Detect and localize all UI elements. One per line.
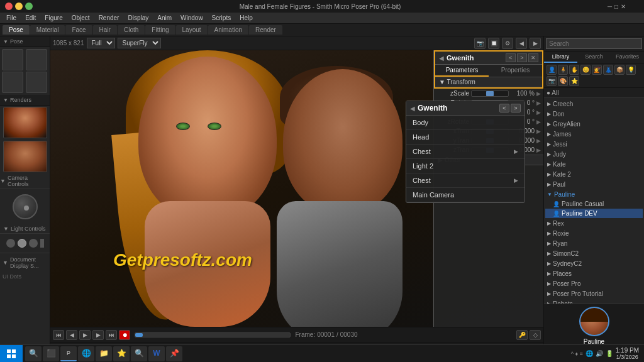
tab-fitting[interactable]: Fitting (145, 25, 175, 35)
taskbar-pin[interactable]: 📌 (166, 346, 182, 361)
gwenith-item-chest-1[interactable]: Chest ▶ (406, 145, 525, 159)
timeline-slider[interactable] (135, 332, 291, 337)
render-mode-dropdown[interactable]: SuperFly (118, 38, 161, 48)
menu-object[interactable]: Object (68, 13, 94, 23)
viewport[interactable]: Getpresoftz.com ◀ Gwenith < > ✕ Paramet (50, 50, 543, 327)
tab-layout[interactable]: Layout (176, 25, 208, 35)
lib-header-robots[interactable]: ▶ Robots (545, 299, 643, 304)
tab-material[interactable]: Material (30, 25, 65, 35)
gwenith-item-head[interactable]: Head (406, 130, 525, 145)
lib-header-creech[interactable]: ▶ Creech (545, 99, 643, 109)
pose-section-header[interactable]: ▼ Pose (0, 36, 50, 47)
lib-icon-light[interactable]: 💡 (626, 65, 636, 75)
lib-header-pauline[interactable]: ▼ Pauline (545, 190, 643, 199)
menu-help[interactable]: Help (236, 13, 257, 23)
lib-item-pauline-casual[interactable]: 👤 Pauline Casual (545, 199, 643, 209)
lib-header-ryan[interactable]: ▶ Ryan (545, 239, 643, 248)
camera-controls-header[interactable]: ▼ Camera Controls (0, 173, 50, 189)
vp-icon-4[interactable]: ◀ (516, 38, 527, 49)
tl-key-btn[interactable]: 🔑 (516, 330, 528, 340)
lib-icon-hair[interactable]: 💇 (592, 65, 602, 75)
pose-thumb-1[interactable] (2, 49, 23, 70)
tab-search[interactable]: Search (577, 52, 611, 63)
lib-icon-person[interactable]: 👤 (547, 65, 557, 75)
vp-icon-2[interactable]: 🔲 (488, 38, 499, 49)
gwenith-item-body[interactable]: Body (406, 116, 525, 130)
taskbar-search2[interactable]: 🔍 (131, 346, 147, 361)
lib-header-rex[interactable]: ▶ Rex (545, 219, 643, 228)
gwenith-prev-btn[interactable]: < (499, 104, 509, 112)
light-icon-2[interactable] (18, 239, 26, 248)
menu-display[interactable]: Display (124, 13, 152, 23)
params-close-btn[interactable]: ✕ (528, 53, 538, 62)
params-next-btn[interactable]: > (517, 53, 527, 62)
lib-icon-all[interactable]: ⭐ (569, 76, 579, 86)
menu-anim[interactable]: Anim (153, 13, 175, 23)
slider-zrotate-arrow[interactable]: ▶ (536, 119, 541, 125)
lib-header-places[interactable]: ▶ Places (545, 269, 643, 278)
pose-thumb-4[interactable] (26, 72, 47, 93)
lib-icon-props[interactable]: 📦 (614, 65, 625, 75)
tab-hair[interactable]: Hair (93, 25, 117, 35)
taskbar-browser[interactable]: 🌐 (78, 346, 94, 361)
menu-file[interactable]: File (3, 13, 20, 23)
lib-icon-mat[interactable]: 🎨 (558, 76, 568, 86)
lib-header-simonc2[interactable]: ▶ SimonC2 (545, 249, 643, 258)
transform-section[interactable]: ▼ Transform (435, 77, 542, 87)
volume-icon[interactable]: 🔊 (596, 350, 603, 357)
taskbar-search[interactable]: 🔍 (25, 346, 42, 361)
menu-render[interactable]: Render (95, 13, 123, 23)
lib-header-don[interactable]: ▶ Don (545, 109, 643, 119)
slider-zscale-handle[interactable] (486, 91, 494, 96)
lib-header-james[interactable]: ▶ James (545, 129, 643, 139)
menu-window[interactable]: Window (177, 13, 207, 23)
search-input[interactable] (546, 38, 642, 49)
slider-xtran-arrow[interactable]: ▶ (536, 128, 541, 134)
light-controls-header[interactable]: ▼ Light Controls (0, 224, 50, 233)
tab-cloth[interactable]: Cloth (118, 25, 145, 35)
title-max-icon[interactable]: □ (614, 3, 618, 10)
lib-header-kate2[interactable]: ▶ Kate 2 (545, 170, 643, 179)
lib-header-sydneyc2[interactable]: ▶ SydneyC2 (545, 259, 643, 268)
title-close-icon[interactable]: ✕ (621, 3, 626, 10)
taskbar-word[interactable]: W (148, 346, 165, 361)
slider-yrotate-arrow[interactable]: ▶ (536, 100, 541, 106)
lib-icon-face[interactable]: 😊 (580, 65, 591, 75)
lib-icon-clothes[interactable]: 👗 (603, 65, 613, 75)
render-thumbnail[interactable] (3, 107, 47, 138)
tab-properties[interactable]: Properties (489, 65, 542, 77)
taskbar-taskview[interactable]: ⬛ (43, 346, 59, 361)
maximize-button[interactable] (25, 3, 33, 10)
tab-render[interactable]: Render (249, 25, 282, 35)
network-icon[interactable]: 🌐 (586, 350, 593, 357)
slider-ytran-arrow[interactable]: ▶ (536, 138, 541, 144)
gwenith-next-btn[interactable]: > (511, 104, 521, 112)
view-dropdown[interactable]: Full (87, 38, 115, 48)
close-button[interactable] (5, 3, 13, 10)
lib-header-greyalien[interactable]: ▶ GreyAlien (545, 119, 643, 129)
lib-header-poserpro[interactable]: ▶ Poser Pro (545, 279, 643, 288)
lib-icon-camera[interactable]: 📷 (547, 76, 557, 86)
lib-header-kate[interactable]: ▶ Kate (545, 160, 643, 169)
light-icon-1[interactable] (6, 239, 15, 248)
tab-face[interactable]: Face (65, 25, 92, 35)
lib-header-judy[interactable]: ▶ Judy (545, 150, 643, 159)
tab-library[interactable]: Library (544, 52, 577, 63)
lib-header-poserprotutorial[interactable]: ▶ Poser Pro Tutorial (545, 289, 643, 299)
tl-btn-rewind[interactable]: ⏮ (53, 330, 64, 340)
slider-xrotate-arrow[interactable]: ▶ (536, 109, 541, 116)
tl-btn-play[interactable]: ▶ (79, 330, 91, 340)
tl-btn-prev[interactable]: ◀ (66, 330, 77, 340)
minimize-button[interactable] (15, 3, 23, 10)
start-button[interactable] (0, 345, 23, 363)
vp-icon-5[interactable]: ▶ (530, 38, 541, 49)
lib-header-paul[interactable]: ▶ Paul (545, 180, 643, 189)
tl-btn-next[interactable]: ▶ (92, 330, 104, 340)
params-prev-btn[interactable]: < (506, 53, 516, 62)
pose-thumb-3[interactable] (2, 72, 23, 93)
light-icon-4[interactable] (40, 239, 44, 248)
camera-trackball[interactable] (13, 194, 38, 219)
lib-header-roxie[interactable]: ▶ Roxie (545, 229, 643, 238)
tab-animation[interactable]: Animation (208, 25, 248, 35)
tab-pose[interactable]: Pose (3, 25, 30, 35)
